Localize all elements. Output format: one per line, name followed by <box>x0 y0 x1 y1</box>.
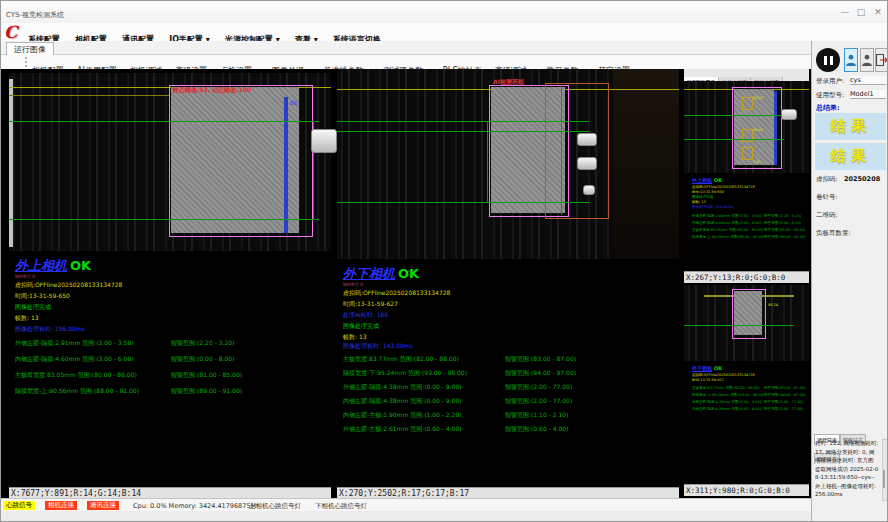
heartbeat-status-badge: 心跳信号 <box>3 501 35 510</box>
thumb1-coords-bar: X:267;Y:13;R:0;G:0;B:0 <box>684 271 809 283</box>
mid-measure-row: 隔膜宽度-下:95.24mm 范围:(93.00 - 98.00) <box>343 369 467 378</box>
thumb2-row: 报警范围:(94.00 - 97.00) <box>764 393 805 397</box>
thumb1-time: 时间:13-31-59-650 <box>692 190 724 194</box>
thumb2-row: 报警范围:(2.00 - 77.00) <box>764 407 803 411</box>
left-camera-subinfo: NG统计:0 <box>15 274 35 279</box>
log-scrollbar-thumb[interactable] <box>883 470 885 488</box>
log-scrollbar[interactable] <box>882 439 888 501</box>
user-manage-button[interactable] <box>860 48 874 72</box>
left-camera-status: OK <box>70 258 91 273</box>
status-bar: 心跳信号 相机连接 通讯连接 Cpu: 0.0% Memory: 3424.41… <box>1 498 811 512</box>
pause-button[interactable] <box>816 48 840 72</box>
thumb1-row: 报警范围:(81.00 - 85.00) <box>764 228 805 232</box>
thumb1-row: 报警范围:(2.20 - 3.20) <box>764 214 801 218</box>
left-time: 时间:13-31-59-650 <box>15 292 70 301</box>
left-alarm-row: 报警范围:(89.00 - 91.00) <box>171 387 242 396</box>
mid-bright-blob <box>577 157 597 170</box>
mid-camera-image[interactable]: AI检测画框 <box>337 69 679 259</box>
thumb1-image[interactable]: 83.05 90.56 2.91 <box>684 81 809 173</box>
thumb1-row: 外侧左胶-隔膜:2.91mm 范围:(2.00 - 3.50) <box>692 214 761 218</box>
model-value[interactable]: Model1 <box>850 90 886 99</box>
thumb1-annotation: 83.05 <box>753 96 763 100</box>
thumb2-title: 外下相机OK <box>692 365 722 371</box>
thumb2-code: 虚拟码:OFFline20250208133134728 <box>692 373 755 377</box>
left-measure-row: 隔膜宽度-上:90.56mm 范围:(88.00 - 92.00) <box>15 387 139 396</box>
left-measure-row: 外侧左胶-隔膜:2.91mm 范围:(2.00 - 3.50) <box>15 339 134 348</box>
mid-measure-row: 内侧左胶-主极:1.90mm 范围:(1.00 - 2.20) <box>343 411 462 420</box>
mid-alarm-row: 报警范围:(2.00 - 77.00) <box>505 383 572 392</box>
login-user-label: 登录用户: <box>816 77 844 86</box>
left-edge-marker <box>284 97 288 233</box>
mid-alarm-row: 报警范围:(83.00 - 87.00) <box>505 355 576 364</box>
mid-measure-row: 内侧左胶-隔膜:4.38mm 范围:(0.00 - 9.00) <box>343 397 462 406</box>
left-frame-count: 帧数: 13 <box>15 314 39 323</box>
thumb1-annotation: 90.56 <box>753 128 763 132</box>
qr-code-label: 二维码: <box>816 211 838 220</box>
left-image-edge-strip <box>9 79 13 247</box>
left-bar-label: 66 <box>290 99 298 106</box>
left-roi-rect <box>169 85 313 237</box>
mid-time: 时间:13-31-59-627 <box>343 300 398 309</box>
comm-connect-badge: 通讯连接 <box>87 501 119 510</box>
result-box-upper: 结果 <box>815 113 886 140</box>
thumb1-marker-box <box>742 97 753 110</box>
model-label: 使用型号: <box>816 91 844 100</box>
mid-alarm-row: 报警范围:(1.10 - 2.10) <box>505 411 568 420</box>
bottom-strip <box>1 511 811 522</box>
mid-alarm-row: 报警范围:(2.00 - 77.00) <box>505 397 572 406</box>
left-measure-row: 主极耳宽度:83.05mm 范围:(80.00 - 86.00) <box>15 371 137 380</box>
thumb2-image[interactable]: 95.24 <box>684 285 809 361</box>
thumb2-row: 外侧左胶-隔膜:4.38mm 范围:(0.00 - 9.00) <box>692 400 761 404</box>
thumb1-code: 虚拟码:OFFline20250208133134728 <box>692 185 755 189</box>
mid-elapsed: 图像处理耗时: 143.00ms <box>343 342 413 351</box>
mid-bright-blob <box>577 133 597 146</box>
tool-bar: 相机配置 AI使用配置 相机调试 高级设置 点检设置 ▾ 图像处理 ▾ 基准线参… <box>1 55 888 70</box>
thumb2-row: 报警范围:(2.00 - 77.00) <box>764 400 803 404</box>
left-camera-panel: 静态阈值:93, 动态阈值:100 66 外上相机OK NG统计:0 虚拟码:O… <box>9 73 331 498</box>
toolbar-grip-handle[interactable] <box>25 57 29 67</box>
thumb2-coords-bar: X:311;Y:980;R:0;G:0;B:0 <box>684 484 809 496</box>
title-bar: CYS-视觉检测系统 — □ ✕ <box>1 1 888 23</box>
control-panel: 登录用户: cys 使用型号: Model1 总结果: 结果 结果 虚拟码: 2… <box>811 41 888 522</box>
mid-process-done: 图像处理完成 <box>343 322 379 331</box>
login-user-value[interactable]: cys <box>850 76 886 85</box>
thumb1-row: 隔膜宽度-上:90.56mm 范围:(88.00 - 92.00) <box>692 235 764 239</box>
virtual-code-value: 20250208 <box>844 175 880 183</box>
upper-camera-heartbeat-text: 上相机心跳信号灯 <box>249 502 301 511</box>
thumb1-row: 报警范围:(89.00 - 91.00) <box>764 235 805 239</box>
minimize-button[interactable]: — <box>837 7 853 17</box>
thumb2-time: 时间:13-31-59-627 <box>692 378 724 382</box>
left-measure-row: 内侧左胶-隔膜:4.60mm 范围:(3.00 - 6.00) <box>15 355 134 364</box>
left-virtual-code: 虚拟码:OFFline20250208133134728 <box>15 281 122 290</box>
thumb1-title: 外上相机OK <box>692 177 722 183</box>
mid-measure-row: 外侧左胶-主极:2.61mm 范围:(0.60 - 4.00) <box>343 425 462 434</box>
thumb2-row: 内侧左胶-隔膜:4.38mm 范围:(0.00 - 9.00) <box>692 407 761 411</box>
thumb2-row: 隔膜宽度-下:95.24mm 范围:(93.00 - 98.00) <box>692 393 764 397</box>
left-camera-image[interactable]: 静态阈值:93, 动态阈值:100 66 <box>9 73 331 251</box>
user-login-button[interactable] <box>844 48 858 72</box>
main-view: 静态阈值:93, 动态阈值:100 66 外上相机OK NG统计:0 虚拟码:O… <box>1 69 811 498</box>
thumb1-connector-object <box>781 109 797 120</box>
maximize-button[interactable]: □ <box>853 7 869 17</box>
left-process-done: 图像处理完成 <box>15 303 51 312</box>
virtual-code-label: 虚拟码: <box>816 175 838 184</box>
thumb1-row: 报警范围:(0.00 - 8.00) <box>764 221 801 225</box>
mid-frame-count: 帧数: 13 <box>343 333 367 342</box>
app-window: CYS-视觉检测系统 — □ ✕ C 系统配置 相机配置 通讯配置 IO手配置 … <box>0 0 888 522</box>
mid-camera-title: 外下相机OK <box>343 265 419 283</box>
cpu-memory-text: Cpu: 0.0% Memory: 3424.41796875M <box>133 502 256 510</box>
mid-camera-panel: AI检测画框 外下相机OK NG统计:0 虚拟码:OFFline20250208… <box>337 69 679 498</box>
mid-ai-elapsed: 处理AI耗时: 166 <box>343 311 388 320</box>
anode-tab-count-label: 负极耳数量: <box>816 229 851 238</box>
close-button[interactable]: ✕ <box>870 7 886 17</box>
tab-strip: 运行图像 <box>1 41 888 55</box>
mid-measure-row: 外侧左胶-隔膜:4.38mm 范围:(0.00 - 9.00) <box>343 383 462 392</box>
log-text: 耗时: 222, 网络检测耗时: 17, 网络分类耗时: 0, 网络模块分区耗时… <box>815 439 879 499</box>
mid-measure-row: 主极宽度:83.77mm 范围:(82.00 - 88.00) <box>343 355 459 364</box>
logout-button[interactable] <box>875 48 888 72</box>
thumb1-marker-box <box>742 147 753 160</box>
left-alarm-row: 报警范围:(2.20 - 3.20) <box>171 339 234 348</box>
left-alarm-row: 报警范围:(81.00 - 85.00) <box>171 371 242 380</box>
left-tab-connector-object <box>311 129 337 153</box>
window-title: CYS-视觉检测系统 <box>6 10 64 20</box>
